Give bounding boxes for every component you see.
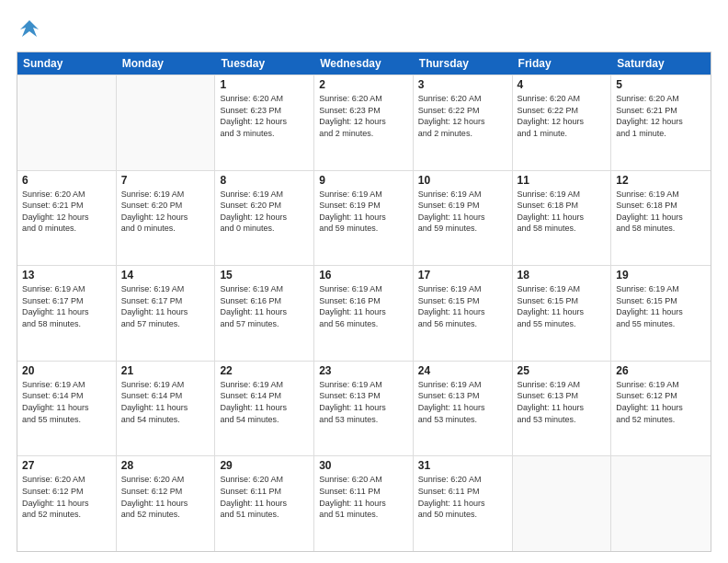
day-info: Sunrise: 6:19 AM Sunset: 6:15 PM Dayligh…: [518, 283, 607, 329]
calendar-cell: 28Sunrise: 6:20 AM Sunset: 6:12 PM Dayli…: [117, 456, 216, 551]
logo: [17, 17, 46, 42]
day-number: 24: [418, 364, 507, 377]
calendar-row: 6Sunrise: 6:20 AM Sunset: 6:21 PM Daylig…: [17, 170, 711, 266]
calendar-cell: 11Sunrise: 6:19 AM Sunset: 6:18 PM Dayli…: [513, 171, 612, 266]
day-info: Sunrise: 6:20 AM Sunset: 6:21 PM Dayligh…: [616, 93, 706, 139]
calendar-cell: 7Sunrise: 6:19 AM Sunset: 6:20 PM Daylig…: [117, 171, 216, 266]
logo-icon: [17, 17, 42, 42]
weekday-header: Friday: [513, 52, 612, 75]
weekday-header: Tuesday: [215, 52, 314, 75]
day-info: Sunrise: 6:20 AM Sunset: 6:23 PM Dayligh…: [220, 93, 309, 139]
day-info: Sunrise: 6:19 AM Sunset: 6:16 PM Dayligh…: [319, 283, 408, 329]
calendar-cell: 9Sunrise: 6:19 AM Sunset: 6:19 PM Daylig…: [314, 171, 414, 266]
day-info: Sunrise: 6:19 AM Sunset: 6:14 PM Dayligh…: [220, 379, 309, 425]
day-info: Sunrise: 6:19 AM Sunset: 6:14 PM Dayligh…: [121, 379, 210, 425]
calendar-cell: 24Sunrise: 6:19 AM Sunset: 6:13 PM Dayli…: [414, 362, 513, 456]
calendar-cell: 13Sunrise: 6:19 AM Sunset: 6:17 PM Dayli…: [17, 266, 117, 361]
calendar-cell: 10Sunrise: 6:19 AM Sunset: 6:19 PM Dayli…: [414, 171, 513, 266]
calendar-cell: 27Sunrise: 6:20 AM Sunset: 6:12 PM Dayli…: [17, 456, 117, 551]
day-number: 2: [319, 78, 408, 91]
day-number: 21: [121, 364, 210, 377]
calendar-row: 20Sunrise: 6:19 AM Sunset: 6:14 PM Dayli…: [17, 361, 711, 456]
calendar-cell: 3Sunrise: 6:20 AM Sunset: 6:22 PM Daylig…: [414, 75, 513, 170]
day-number: 11: [518, 174, 607, 187]
calendar-cell: 12Sunrise: 6:19 AM Sunset: 6:18 PM Dayli…: [611, 171, 711, 266]
calendar-cell: 14Sunrise: 6:19 AM Sunset: 6:17 PM Dayli…: [117, 266, 216, 361]
day-number: 14: [121, 269, 210, 282]
day-info: Sunrise: 6:19 AM Sunset: 6:20 PM Dayligh…: [220, 189, 309, 235]
calendar-cell: 29Sunrise: 6:20 AM Sunset: 6:11 PM Dayli…: [215, 456, 314, 551]
day-info: Sunrise: 6:19 AM Sunset: 6:17 PM Dayligh…: [121, 283, 210, 329]
day-info: Sunrise: 6:19 AM Sunset: 6:13 PM Dayligh…: [418, 379, 507, 425]
calendar-cell: 22Sunrise: 6:19 AM Sunset: 6:14 PM Dayli…: [215, 362, 314, 456]
day-info: Sunrise: 6:19 AM Sunset: 6:17 PM Dayligh…: [22, 283, 111, 329]
calendar-header: SundayMondayTuesdayWednesdayThursdayFrid…: [17, 52, 711, 75]
day-number: 30: [319, 459, 408, 472]
calendar-cell: [117, 75, 216, 170]
weekday-header: Wednesday: [314, 52, 414, 75]
calendar-row: 13Sunrise: 6:19 AM Sunset: 6:17 PM Dayli…: [17, 265, 711, 361]
calendar-row: 1Sunrise: 6:20 AM Sunset: 6:23 PM Daylig…: [17, 75, 711, 170]
weekday-header: Thursday: [414, 52, 513, 75]
day-number: 8: [220, 174, 309, 187]
calendar-cell: 30Sunrise: 6:20 AM Sunset: 6:11 PM Dayli…: [314, 456, 414, 551]
day-number: 10: [418, 174, 507, 187]
svg-marker-0: [20, 20, 39, 37]
day-number: 7: [121, 174, 210, 187]
day-info: Sunrise: 6:20 AM Sunset: 6:11 PM Dayligh…: [418, 474, 507, 520]
calendar-cell: 6Sunrise: 6:20 AM Sunset: 6:21 PM Daylig…: [17, 171, 117, 266]
day-info: Sunrise: 6:19 AM Sunset: 6:18 PM Dayligh…: [616, 189, 706, 235]
calendar-cell: 1Sunrise: 6:20 AM Sunset: 6:23 PM Daylig…: [215, 75, 314, 170]
calendar-cell: 4Sunrise: 6:20 AM Sunset: 6:22 PM Daylig…: [513, 75, 612, 170]
day-number: 19: [616, 269, 706, 282]
calendar: SundayMondayTuesdayWednesdayThursdayFrid…: [17, 52, 711, 552]
day-info: Sunrise: 6:20 AM Sunset: 6:11 PM Dayligh…: [319, 474, 408, 520]
page-header: [17, 17, 711, 42]
day-number: 1: [220, 78, 309, 91]
day-number: 23: [319, 364, 408, 377]
calendar-row: 27Sunrise: 6:20 AM Sunset: 6:12 PM Dayli…: [17, 455, 711, 551]
day-info: Sunrise: 6:20 AM Sunset: 6:21 PM Dayligh…: [22, 189, 111, 235]
day-info: Sunrise: 6:19 AM Sunset: 6:18 PM Dayligh…: [518, 189, 607, 235]
calendar-cell: [17, 75, 117, 170]
day-number: 6: [22, 174, 111, 187]
day-number: 15: [220, 269, 309, 282]
day-info: Sunrise: 6:19 AM Sunset: 6:16 PM Dayligh…: [220, 283, 309, 329]
calendar-cell: 5Sunrise: 6:20 AM Sunset: 6:21 PM Daylig…: [611, 75, 711, 170]
calendar-cell: 18Sunrise: 6:19 AM Sunset: 6:15 PM Dayli…: [513, 266, 612, 361]
weekday-header: Saturday: [611, 52, 711, 75]
day-info: Sunrise: 6:19 AM Sunset: 6:15 PM Dayligh…: [616, 283, 706, 329]
day-number: 20: [22, 364, 111, 377]
calendar-cell: [513, 456, 612, 551]
calendar-cell: 2Sunrise: 6:20 AM Sunset: 6:23 PM Daylig…: [314, 75, 414, 170]
day-info: Sunrise: 6:20 AM Sunset: 6:12 PM Dayligh…: [121, 474, 210, 520]
day-number: 29: [220, 459, 309, 472]
day-number: 12: [616, 174, 706, 187]
calendar-body: 1Sunrise: 6:20 AM Sunset: 6:23 PM Daylig…: [17, 75, 711, 551]
calendar-cell: 20Sunrise: 6:19 AM Sunset: 6:14 PM Dayli…: [17, 362, 117, 456]
day-number: 4: [518, 78, 607, 91]
day-number: 31: [418, 459, 507, 472]
day-number: 3: [418, 78, 507, 91]
day-info: Sunrise: 6:19 AM Sunset: 6:19 PM Dayligh…: [319, 189, 408, 235]
day-number: 16: [319, 269, 408, 282]
day-number: 18: [518, 269, 607, 282]
calendar-cell: 25Sunrise: 6:19 AM Sunset: 6:13 PM Dayli…: [513, 362, 612, 456]
weekday-header: Monday: [117, 52, 216, 75]
calendar-cell: 23Sunrise: 6:19 AM Sunset: 6:13 PM Dayli…: [314, 362, 414, 456]
day-info: Sunrise: 6:19 AM Sunset: 6:19 PM Dayligh…: [418, 189, 507, 235]
day-number: 28: [121, 459, 210, 472]
weekday-header: Sunday: [17, 52, 117, 75]
calendar-cell: 15Sunrise: 6:19 AM Sunset: 6:16 PM Dayli…: [215, 266, 314, 361]
day-info: Sunrise: 6:19 AM Sunset: 6:12 PM Dayligh…: [616, 379, 706, 425]
day-number: 22: [220, 364, 309, 377]
day-number: 5: [616, 78, 706, 91]
calendar-cell: 31Sunrise: 6:20 AM Sunset: 6:11 PM Dayli…: [414, 456, 513, 551]
calendar-cell: 17Sunrise: 6:19 AM Sunset: 6:15 PM Dayli…: [414, 266, 513, 361]
day-number: 27: [22, 459, 111, 472]
day-number: 26: [616, 364, 706, 377]
day-info: Sunrise: 6:20 AM Sunset: 6:12 PM Dayligh…: [22, 474, 111, 520]
day-number: 17: [418, 269, 507, 282]
day-info: Sunrise: 6:19 AM Sunset: 6:15 PM Dayligh…: [418, 283, 507, 329]
calendar-cell: 19Sunrise: 6:19 AM Sunset: 6:15 PM Dayli…: [611, 266, 711, 361]
